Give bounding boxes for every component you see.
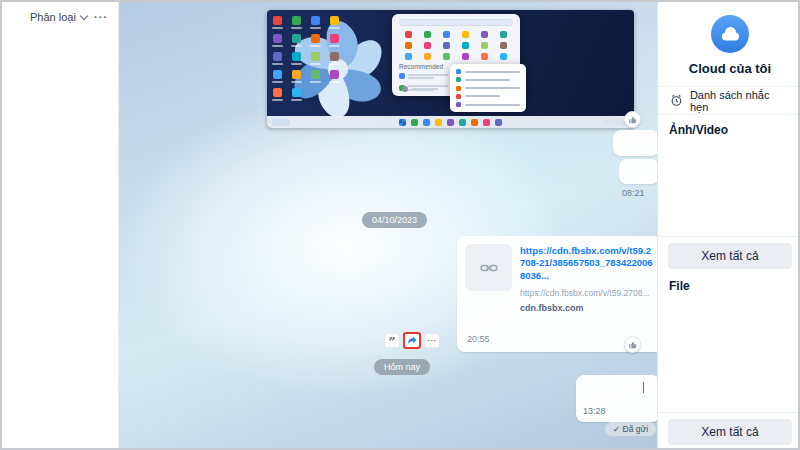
context-menu-item <box>456 102 520 107</box>
taskbar-icon <box>435 119 442 126</box>
conversation-filter-bar: Phân loại ··· <box>2 2 118 32</box>
sent-status-label: Đã gửi <box>623 424 649 434</box>
more-actions-button[interactable]: ··· <box>424 333 440 348</box>
more-options-button[interactable]: ··· <box>94 11 108 23</box>
taskbar-icon <box>459 119 466 126</box>
image-message-windows-screenshot[interactable]: Recommended <box>267 10 634 128</box>
conversation-info-panel: Cloud của tôi Danh sách nhắc hẹn Ảnh/Vid… <box>657 2 800 450</box>
context-menu <box>450 64 526 112</box>
taskbar-icon <box>483 119 490 126</box>
link-message-content: https://cdn.fbsbx.com/v/t59.2708-21/3856… <box>520 245 654 313</box>
pinned-app-icon <box>443 42 450 49</box>
desktop-icon <box>273 52 282 61</box>
pinned-app-icon <box>405 31 412 38</box>
link-preview-url: https://cdn.fbsbx.com/v/t59.2708... <box>520 288 654 298</box>
desktop-icons <box>273 16 341 101</box>
forward-arrow-icon <box>407 335 418 346</box>
desktop-icon <box>292 16 301 25</box>
reminder-list-item[interactable]: Danh sách nhắc hẹn <box>658 86 800 115</box>
message-bubble[interactable] <box>619 159 657 184</box>
chevron-down-icon[interactable] <box>80 11 88 19</box>
pinned-app-icon <box>462 31 469 38</box>
desktop-icon <box>330 34 339 43</box>
pinned-app-icon <box>481 31 488 38</box>
chat-area: Recommended <box>119 2 657 450</box>
pinned-app-icon <box>481 53 488 60</box>
widgets-icon <box>272 119 290 126</box>
user-name-placeholder <box>412 88 438 90</box>
windows-start-icon <box>399 119 406 126</box>
pinned-app-icon <box>500 53 507 60</box>
taskbar-icon <box>447 119 454 126</box>
forward-highlight-box <box>403 332 421 349</box>
pinned-app-icon <box>500 31 507 38</box>
alarm-clock-icon <box>670 94 683 107</box>
desktop-icon <box>273 88 282 97</box>
link-domain: cdn.fbsbx.com <box>520 303 654 313</box>
pinned-app-icon <box>405 42 412 49</box>
cloud-icon <box>718 22 742 46</box>
context-menu-item <box>456 86 520 91</box>
pinned-app-icon <box>443 31 450 38</box>
message-timestamp: 13:28 <box>583 406 606 416</box>
pinned-app-icon <box>443 53 450 60</box>
like-reaction-button[interactable] <box>624 336 641 353</box>
pinned-app-icon <box>424 42 431 49</box>
desktop-icon <box>292 52 301 61</box>
reminder-label: Danh sách nhắc hẹn <box>690 89 790 113</box>
quote-button[interactable]: ” <box>384 333 400 348</box>
context-menu-item <box>456 69 520 74</box>
forward-button[interactable] <box>405 334 419 347</box>
desktop-icon <box>273 34 282 43</box>
link-text[interactable]: https://cdn.fbsbx.com/v/t59.2708-21/3856… <box>520 245 654 282</box>
photos-section-label: Ảnh/Video <box>669 123 728 137</box>
start-search-bar <box>399 19 513 26</box>
files-view-all-row: Xem tất cả <box>658 412 800 450</box>
taskbar-icon <box>423 119 430 126</box>
desktop-icon <box>311 70 320 79</box>
desktop-icon <box>330 52 339 61</box>
recommended-item <box>399 72 452 81</box>
filter-dropdown[interactable]: Phân loại <box>30 11 76 23</box>
conversation-title: Cloud của tôi <box>658 61 800 76</box>
desktop-icon <box>330 16 339 25</box>
context-menu-item <box>456 77 520 82</box>
desktop-icon <box>292 34 301 43</box>
check-icon: ✓ <box>613 424 620 434</box>
like-reaction-button[interactable] <box>624 111 641 128</box>
desktop-icon <box>311 16 320 25</box>
pinned-app-icon <box>405 53 412 60</box>
files-view-all-button[interactable]: Xem tất cả <box>668 419 792 445</box>
pinned-app-icon <box>462 53 469 60</box>
pinned-app-icon <box>481 42 488 49</box>
desktop-icon <box>311 34 320 43</box>
pinned-app-icon <box>424 31 431 38</box>
desktop-icon <box>311 52 320 61</box>
photos-view-all-button[interactable]: Xem tất cả <box>668 243 792 269</box>
desktop-icon <box>273 70 282 79</box>
message-timestamp: 08:21 <box>622 188 645 198</box>
thumbs-up-icon <box>628 340 638 350</box>
date-divider: 04/10/2023 <box>362 212 427 228</box>
user-avatar-icon <box>402 86 408 92</box>
desktop-icon <box>292 88 301 97</box>
sent-status-badge: ✓ Đã gửi <box>605 422 656 436</box>
message-bubble[interactable] <box>613 130 657 156</box>
taskbar-icon <box>471 119 478 126</box>
taskbar-icons <box>399 119 502 126</box>
text-caret <box>643 382 644 393</box>
pinned-app-icon <box>462 42 469 49</box>
cloud-avatar[interactable] <box>711 15 749 53</box>
thumbs-up-icon <box>628 115 638 125</box>
pinned-app-icon <box>500 42 507 49</box>
desktop-icon <box>273 16 282 25</box>
context-menu-item <box>456 94 520 99</box>
files-section-label: File <box>669 279 690 293</box>
today-divider: Hôm nay <box>374 359 430 375</box>
message-hover-toolbar: ” ··· <box>384 332 440 349</box>
message-bubble[interactable]: 13:28 <box>576 375 657 422</box>
message-timestamp: 20:55 <box>467 334 490 344</box>
photos-view-all-row: Xem tất cả <box>658 236 800 275</box>
link-message-bubble[interactable]: https://cdn.fbsbx.com/v/t59.2708-21/3856… <box>457 236 657 352</box>
zalo-window: Phân loại ··· <box>0 0 800 450</box>
